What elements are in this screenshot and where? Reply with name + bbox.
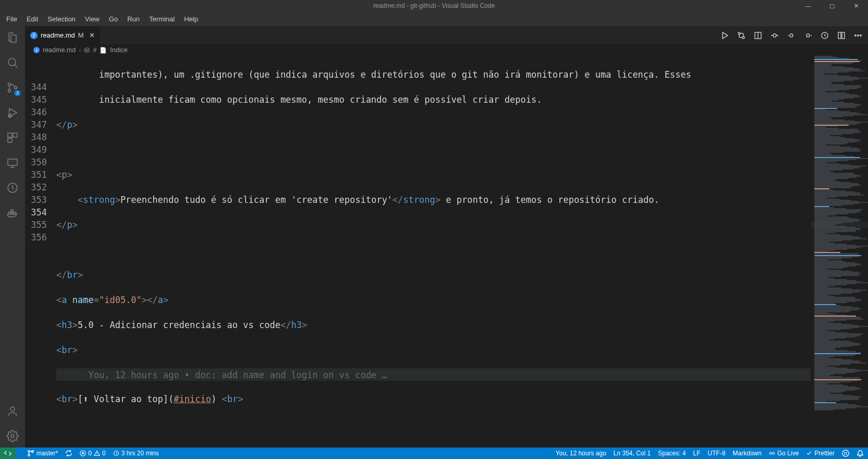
markdown-icon: Ⓜ [84,46,90,54]
status-notifications-icon[interactable] [857,450,864,457]
line-number: 344 [25,81,47,93]
git-compare-icon[interactable] [737,31,746,40]
svg-point-28 [28,451,30,453]
line-number: 346 [25,106,47,118]
close-icon[interactable]: ✕ [89,31,95,39]
remote-indicator[interactable] [0,448,16,459]
document-icon: 📄 [100,47,107,54]
svg-rect-11 [11,212,13,214]
menubar: File Edit Selection View Go Run Terminal… [0,11,868,26]
status-branch[interactable]: master* [27,450,58,457]
breadcrumb-hash[interactable]: # [93,46,96,54]
code-text: e pronto, já temos o repositório criado. [441,195,659,205]
status-go-live[interactable]: Go Live [769,450,799,457]
error-count: 0 [88,450,92,457]
explorer-icon[interactable] [5,30,20,45]
split-editor-icon[interactable] [837,31,846,40]
code-content[interactable]: importantes), um .gitignore (que indica … [56,56,811,448]
settings-gear-icon[interactable] [5,429,20,443]
code-text: inicialmente ficam como opcionais mesmo,… [99,94,542,105]
menu-selection[interactable]: Selection [43,14,79,24]
menu-file[interactable]: File [2,14,21,24]
breadcrumb[interactable]: i readme.md › Ⓜ # 📄 Indice [25,44,868,56]
tab-readme[interactable]: i readme.md M ✕ [25,26,101,44]
tabs-row: i readme.md M ✕ [25,26,868,44]
editor-area: i readme.md M ✕ i readme.md [25,26,868,448]
status-indentation[interactable]: Spaces: 4 [658,450,686,457]
run-icon[interactable] [720,31,729,40]
info-icon: i [33,47,40,53]
open-preview-icon[interactable] [753,31,763,40]
svg-point-21 [806,34,810,37]
svg-rect-7 [8,138,12,142]
menu-edit[interactable]: Edit [22,14,42,24]
svg-point-26 [858,34,859,35]
svg-rect-24 [842,32,845,39]
menu-run[interactable]: Run [123,14,144,24]
status-prettier[interactable]: Prettier [806,450,835,457]
run-debug-icon[interactable] [5,105,20,120]
svg-point-29 [28,454,30,456]
status-feedback-icon[interactable] [842,450,849,457]
breadcrumb-section[interactable]: Indice [110,46,127,54]
code-attr-value: "id05.0" [99,295,142,305]
line-number: 349 [25,143,47,156]
line-number: 348 [25,131,47,143]
svg-rect-8 [8,159,17,165]
status-time-tracker[interactable]: 3 hrs 20 mins [113,450,159,457]
maximize-button[interactable]: ▢ [820,0,844,11]
more-actions-icon[interactable] [853,31,863,40]
line-number: 350 [25,156,47,168]
line-number: 353 [25,194,47,206]
history-prev-icon[interactable] [787,31,796,40]
menu-view[interactable]: View [81,14,104,24]
history-next-icon[interactable] [803,31,813,40]
line-number: 354 [25,206,47,219]
status-language-mode[interactable]: Markdown [733,450,762,457]
close-window-button[interactable]: ✕ [844,0,868,11]
accounts-icon[interactable] [5,404,20,418]
toggle-word-wrap-icon[interactable] [820,31,829,40]
source-control-icon[interactable]: 2 [5,80,20,95]
minimize-button[interactable]: — [796,0,820,11]
svg-point-14 [10,407,15,411]
tab-modified-indicator: M [78,31,84,39]
status-sync[interactable] [65,450,72,457]
svg-point-35 [845,454,845,454]
menu-help[interactable]: Help [180,14,202,24]
breadcrumb-file[interactable]: readme.md [43,46,76,54]
extensions-icon[interactable] [5,130,20,145]
gitlens-blame-annotation[interactable]: You, 12 hours ago • doc: add name and lo… [88,370,387,380]
remote-explorer-icon[interactable] [5,155,20,170]
status-problems[interactable]: 0 0 [80,450,105,457]
live-share-icon[interactable] [5,180,20,195]
svg-rect-6 [13,133,17,137]
status-blame[interactable]: You, 12 hours ago [556,450,606,457]
status-eol[interactable]: LF [693,450,701,457]
activity-bar: 2 [0,26,25,448]
branch-name: master* [36,450,58,457]
minimap[interactable] [811,56,868,448]
svg-rect-23 [838,32,841,39]
svg-point-2 [8,90,11,92]
menu-terminal[interactable]: Terminal [145,14,179,24]
svg-rect-5 [8,133,12,137]
code-text: 5.0 - Adicionar credenciais ao vs code [78,320,280,330]
search-icon[interactable] [5,55,20,70]
line-number: 347 [25,118,47,131]
svg-rect-10 [8,212,10,214]
svg-rect-12 [14,212,16,214]
svg-rect-13 [11,210,13,212]
chevron-right-icon: › [79,46,81,54]
titlebar: readme.md - git-github - Visual Studio C… [0,0,868,11]
editor-body[interactable]: 344345346347348349350351352353354355356 … [25,56,868,448]
commit-circle-icon[interactable] [770,31,779,40]
svg-point-16 [738,32,740,34]
status-encoding[interactable]: UTF-8 [708,450,726,457]
menu-go[interactable]: Go [105,14,122,24]
window-controls: — ▢ ✕ [796,0,868,11]
line-number: 351 [25,168,47,181]
status-cursor-position[interactable]: Ln 354, Col 1 [614,450,651,457]
code-link: #inicio [174,394,211,404]
docker-icon[interactable] [5,206,20,220]
